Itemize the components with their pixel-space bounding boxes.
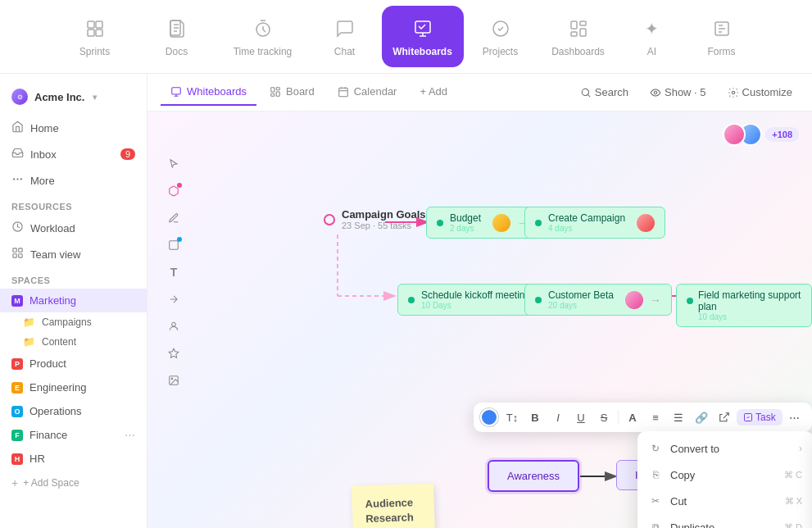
workspace-chevron-icon: ▾ [93, 93, 97, 102]
nav-item-time-tracking[interactable]: Time tracking [218, 9, 308, 64]
task-type-btn[interactable]: Task [737, 409, 783, 426]
nav-item-projects[interactable]: Projects [464, 9, 538, 64]
sidebar-subitem-campaigns[interactable]: 📁 Campaigns [0, 312, 147, 332]
search-btn[interactable]: Search [574, 83, 635, 102]
operations-label: Operations [29, 405, 82, 417]
nav-item-ai[interactable]: ✦ AI [619, 9, 685, 64]
budget-node[interactable]: Budget 2 days → [426, 207, 539, 239]
bold-btn[interactable]: B [524, 407, 546, 428]
underline-btn[interactable]: U [570, 407, 592, 428]
customize-btn[interactable]: Customize [721, 83, 799, 102]
more-options-btn[interactable]: ⋯ [784, 407, 805, 428]
awareness-node[interactable]: Awareness [488, 460, 579, 492]
field-marketing-node[interactable]: Field marketing support plan 10 days [676, 284, 812, 327]
inbox-icon [11, 147, 24, 162]
ai-icon: ✦ [639, 16, 665, 42]
ctx-copy-label: Copy [670, 469, 695, 481]
nav-label-forms: Forms [708, 46, 736, 57]
sidebar-item-home[interactable]: Home [0, 115, 147, 141]
create-campaign-node[interactable]: Create Campaign 4 days [524, 207, 665, 239]
whiteboards-icon [410, 16, 436, 42]
projects-icon [488, 16, 514, 42]
nav-item-forms[interactable]: Forms [685, 9, 759, 64]
copy-icon: ⎘ [649, 468, 662, 481]
square-tool[interactable] [162, 234, 185, 257]
font-color-btn[interactable]: A [622, 407, 643, 428]
sidebar-item-engineering[interactable]: E Engineering [0, 376, 147, 399]
marketing-space-icon: M [11, 295, 23, 307]
sidebar-item-marketing[interactable]: M Marketing [0, 289, 147, 312]
nav-item-dashboards[interactable]: Dashboards [538, 9, 619, 64]
schedule-kickoff-sub: 10 Days [421, 301, 530, 310]
svg-rect-19 [13, 254, 16, 257]
more-icon [11, 173, 24, 188]
connector-tool[interactable] [162, 288, 185, 311]
ctx-duplicate[interactable]: ⧉ Duplicate ⌘ D [637, 514, 812, 528]
sidebar-item-team-view[interactable]: Team view [0, 241, 147, 267]
nav-item-chat[interactable]: Chat [308, 9, 382, 64]
sidebar: ⊙ Acme Inc. ▾ Home Inbox 9 More Resource… [0, 74, 147, 528]
ctx-convert-label: Convert to [670, 443, 719, 455]
tab-whiteboards[interactable]: Whiteboards [161, 79, 256, 106]
sidebar-item-finance[interactable]: F Finance ⋯ [0, 423, 147, 447]
embed-btn[interactable] [714, 407, 735, 428]
nav-label-dashboards: Dashboards [551, 46, 605, 57]
people-tool[interactable] [162, 315, 185, 338]
color-picker-btn[interactable] [480, 408, 498, 426]
strikethrough-btn[interactable]: S [593, 407, 615, 428]
tab-calendar[interactable]: Calendar [328, 79, 407, 106]
pen-tool[interactable] [162, 207, 185, 230]
image-tool[interactable] [162, 369, 185, 392]
workspace-selector[interactable]: ⊙ Acme Inc. ▾ [0, 84, 147, 115]
sidebar-item-operations[interactable]: O Operations [0, 399, 147, 423]
italic-btn[interactable]: I [547, 407, 569, 428]
shape-tool[interactable] [162, 180, 185, 203]
nav-item-sprints[interactable]: Sprints [54, 9, 136, 64]
sidebar-item-workload[interactable]: Workload [0, 215, 147, 241]
ctx-copy[interactable]: ⎘ Copy ⌘ C [637, 462, 812, 488]
whiteboard-canvas[interactable]: +108 T [147, 112, 812, 528]
sidebar-item-product[interactable]: P Product [0, 352, 147, 376]
ctx-convert-to[interactable]: ↻ Convert to › [637, 435, 812, 462]
show-btn[interactable]: Show · 5 [643, 83, 713, 102]
svg-rect-8 [571, 21, 577, 29]
budget-avatar [492, 214, 510, 232]
audience-research-sticky[interactable]: AudienceResearch [352, 483, 435, 528]
svg-rect-1 [96, 21, 102, 28]
ctx-cut[interactable]: ✂ Cut ⌘ X [637, 488, 812, 514]
text-tool[interactable]: T [162, 261, 185, 284]
tab-add[interactable]: + Add [410, 79, 457, 106]
nav-item-whiteboards[interactable]: Whiteboards [382, 6, 464, 67]
task-btn-label: Task [755, 412, 776, 423]
svg-marker-32 [169, 348, 179, 357]
sidebar-subitem-content[interactable]: 📁 Content [0, 332, 147, 352]
sidebar-item-more[interactable]: More [0, 167, 147, 193]
avatar-count: +108 [765, 127, 799, 142]
duplicate-icon: ⧉ [649, 521, 662, 528]
finance-label: Finance [29, 429, 67, 441]
add-space-btn[interactable]: + + Add Space [0, 471, 147, 495]
star-tool[interactable] [162, 342, 185, 365]
text-style-btn[interactable]: T↕ [501, 407, 523, 428]
campaign-goals-node: Campaign Goals 23 Sep · 55 tasks [324, 208, 426, 230]
list-btn[interactable]: ☰ [668, 407, 689, 428]
tab-board[interactable]: Board [260, 79, 324, 106]
svg-point-34 [171, 378, 173, 380]
svg-rect-24 [271, 93, 274, 96]
select-tool[interactable] [162, 152, 185, 175]
link-btn[interactable]: 🔗 [691, 407, 712, 428]
engineering-label: Engineering [29, 381, 86, 394]
svg-rect-17 [13, 248, 16, 252]
svg-rect-22 [271, 87, 274, 91]
nav-item-docs[interactable]: Docs [136, 9, 218, 64]
sidebar-item-hr[interactable]: H HR [0, 447, 147, 471]
align-btn[interactable]: ≡ [645, 407, 666, 428]
campaign-goals-sub: 23 Sep · 55 tasks [342, 221, 426, 230]
board-tab-icon [270, 86, 281, 98]
dashboards-icon [565, 16, 592, 42]
svg-point-29 [732, 91, 735, 94]
budget-label: Budget [450, 212, 481, 224]
sidebar-item-inbox[interactable]: Inbox 9 [0, 141, 147, 167]
customer-beta-node[interactable]: Customer Beta 20 days → [524, 284, 672, 316]
cut-shortcut: ⌘ X [785, 496, 802, 507]
